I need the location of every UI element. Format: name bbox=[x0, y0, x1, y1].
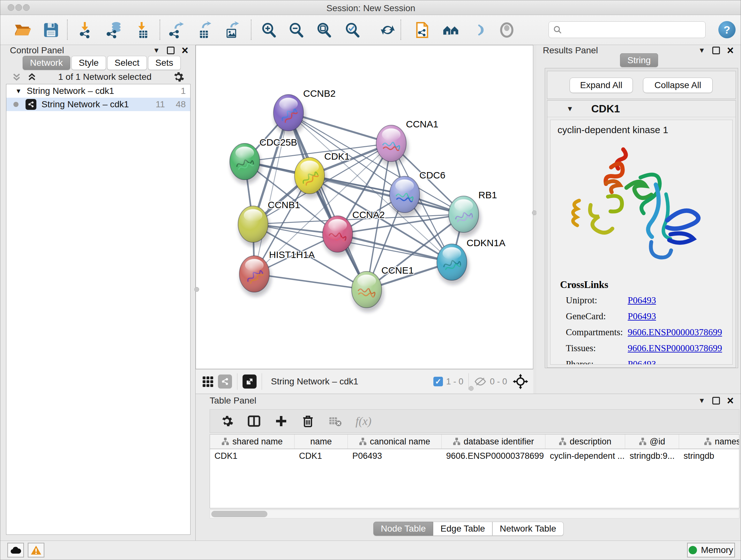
network-edge[interactable] bbox=[288, 113, 367, 290]
table-cell[interactable]: 9606.ENSP00000378699 bbox=[442, 449, 545, 462]
panel-menu-icon[interactable]: ▼ bbox=[698, 46, 705, 55]
float-panel-icon[interactable] bbox=[712, 47, 720, 54]
horizontal-scrollbar[interactable] bbox=[210, 509, 739, 518]
table-header-row: shared namename canonical name database … bbox=[210, 435, 739, 449]
search-input[interactable] bbox=[549, 21, 705, 38]
delete-column-trash-icon[interactable] bbox=[301, 415, 315, 428]
table-cell[interactable]: CDK1 bbox=[210, 449, 294, 462]
network-node-ccna2[interactable]: CCNA2 bbox=[323, 209, 385, 256]
table-cell[interactable]: P06493 bbox=[348, 449, 442, 462]
zoom-out-icon[interactable] bbox=[287, 21, 306, 39]
close-panel-icon[interactable]: × bbox=[727, 47, 734, 54]
add-column-icon[interactable] bbox=[274, 415, 288, 428]
crosslink-link[interactable]: P06493 bbox=[628, 359, 656, 365]
node-table[interactable]: shared namename canonical name database … bbox=[210, 434, 739, 508]
network-edge[interactable] bbox=[254, 274, 367, 290]
zoom-in-icon[interactable] bbox=[259, 21, 278, 39]
collapse-section-icon[interactable]: ▼ bbox=[566, 105, 574, 113]
table-cell[interactable]: stringdb bbox=[679, 449, 739, 462]
save-session-icon[interactable] bbox=[42, 21, 60, 39]
column-header-shared-name[interactable]: shared name bbox=[210, 435, 294, 449]
network-canvas[interactable]: CCNB2CCNA1CDC25BCDK1CDC6RB1CCNB1CCNA2CDK… bbox=[196, 45, 533, 369]
column-header-description[interactable]: description bbox=[545, 435, 625, 449]
splitter-handle[interactable] bbox=[194, 287, 199, 292]
import-network-from-file-icon[interactable] bbox=[78, 21, 96, 39]
float-panel-icon[interactable] bbox=[712, 397, 720, 405]
tab-network[interactable]: Network bbox=[23, 56, 70, 70]
column-header-namespace[interactable]: namespace bbox=[679, 435, 739, 449]
tab-sets[interactable]: Sets bbox=[148, 56, 181, 70]
splitter-handle[interactable] bbox=[469, 386, 474, 391]
crosslink-link[interactable]: 9606.ENSP00000378699 bbox=[628, 327, 722, 337]
close-panel-icon[interactable]: × bbox=[182, 47, 188, 54]
network-row-selected[interactable]: String Network – cdk1 11 48 bbox=[6, 98, 190, 111]
tab-string[interactable]: String bbox=[620, 53, 658, 67]
new-network-from-selection-icon[interactable] bbox=[413, 21, 431, 39]
column-header-canonical-name[interactable]: canonical name bbox=[348, 435, 442, 449]
export-image-icon[interactable] bbox=[222, 21, 241, 39]
network-node-ccnb2[interactable]: CCNB2 bbox=[273, 88, 336, 135]
grid-view-icon[interactable] bbox=[201, 374, 215, 388]
selected-checkbox-icon[interactable]: ✓ bbox=[433, 377, 443, 386]
collapse-arrow-icon[interactable]: ▼ bbox=[15, 87, 22, 95]
close-panel-icon[interactable]: × bbox=[727, 397, 734, 405]
expand-all-icon[interactable] bbox=[26, 71, 37, 82]
tab-edge-table[interactable]: Edge Table bbox=[433, 522, 492, 536]
birdseye-view-icon[interactable] bbox=[243, 374, 257, 388]
network-nodes[interactable]: CCNB2CCNA1CDC25BCDK1CDC6RB1CCNB1CCNA2CDK… bbox=[230, 88, 506, 312]
splitter-handle[interactable] bbox=[532, 210, 537, 215]
network-node-cdkn1a[interactable]: CDKN1A bbox=[437, 238, 506, 285]
show-all-eye-icon[interactable] bbox=[497, 21, 516, 39]
collapse-all-button[interactable]: Collapse All bbox=[643, 78, 713, 93]
delete-table-icon[interactable] bbox=[328, 414, 342, 428]
panel-menu-icon[interactable]: ▼ bbox=[698, 396, 705, 405]
import-network-from-database-icon[interactable] bbox=[105, 21, 123, 39]
table-options-gear-icon[interactable] bbox=[220, 415, 233, 428]
table-cell[interactable]: CDK1 bbox=[294, 449, 348, 462]
zoom-selected-icon[interactable] bbox=[343, 21, 361, 39]
export-table-icon[interactable] bbox=[195, 21, 213, 39]
expand-all-button[interactable]: Expand All bbox=[569, 78, 633, 93]
hidden-eye-icon[interactable] bbox=[474, 377, 487, 386]
column-header--id[interactable]: @id bbox=[625, 435, 679, 449]
tab-style[interactable]: Style bbox=[71, 56, 106, 70]
export-network-icon[interactable] bbox=[167, 21, 186, 39]
import-table-from-file-icon[interactable] bbox=[134, 21, 152, 39]
crosslink-row: Compartments:9606.ENSP00000378699 bbox=[560, 327, 722, 337]
network-node-rb1[interactable]: RB1 bbox=[449, 190, 497, 237]
pan-crosshair-icon[interactable] bbox=[513, 374, 528, 389]
hide-selection-icon[interactable] bbox=[469, 21, 488, 39]
table-cell[interactable]: cyclin-dependent ... bbox=[545, 449, 625, 462]
network-node-cdc6[interactable]: CDC6 bbox=[390, 170, 446, 217]
network-node-ccne1[interactable]: CCNE1 bbox=[352, 265, 414, 312]
network-collection-row[interactable]: ▼ String Network – cdk1 1 bbox=[6, 84, 190, 98]
network-options-gear-icon[interactable] bbox=[172, 71, 185, 83]
table-cell[interactable]: stringdb:9... bbox=[625, 449, 679, 462]
cloud-status-button[interactable] bbox=[7, 543, 24, 557]
first-neighbors-icon[interactable] bbox=[442, 21, 460, 39]
share-network-icon[interactable] bbox=[218, 374, 232, 388]
tab-network-table[interactable]: Network Table bbox=[492, 522, 563, 536]
open-file-icon[interactable] bbox=[13, 21, 31, 39]
function-builder-icon[interactable]: f(x) bbox=[355, 415, 372, 428]
zoom-fit-icon[interactable] bbox=[315, 21, 333, 39]
show-columns-icon[interactable] bbox=[247, 414, 261, 428]
crosslink-link[interactable]: P06493 bbox=[628, 295, 656, 306]
warnings-button[interactable] bbox=[28, 543, 44, 557]
scrollbar-thumb[interactable] bbox=[211, 511, 267, 517]
crosslink-link[interactable]: P06493 bbox=[628, 311, 656, 321]
column-header-database-identifier[interactable]: database identifier bbox=[442, 435, 545, 449]
update-icon[interactable] bbox=[379, 21, 397, 39]
tab-select[interactable]: Select bbox=[107, 56, 147, 70]
help-icon[interactable]: ? bbox=[718, 21, 736, 38]
collapse-all-icon[interactable] bbox=[11, 71, 22, 82]
panel-menu-icon[interactable]: ▼ bbox=[153, 46, 160, 55]
tab-node-table[interactable]: Node Table bbox=[374, 522, 433, 536]
float-panel-icon[interactable] bbox=[167, 47, 175, 54]
crosslink-link[interactable]: 9606.ENSP00000378699 bbox=[628, 343, 722, 354]
memory-button[interactable]: Memory bbox=[687, 543, 735, 557]
network-node-hist1h1a[interactable]: HIST1H1A bbox=[239, 249, 315, 296]
table-row[interactable]: CDK1CDK1P064939606.ENSP00000378699cyclin… bbox=[210, 449, 739, 462]
column-network-icon bbox=[559, 437, 566, 446]
column-header-name[interactable]: name bbox=[294, 435, 348, 449]
